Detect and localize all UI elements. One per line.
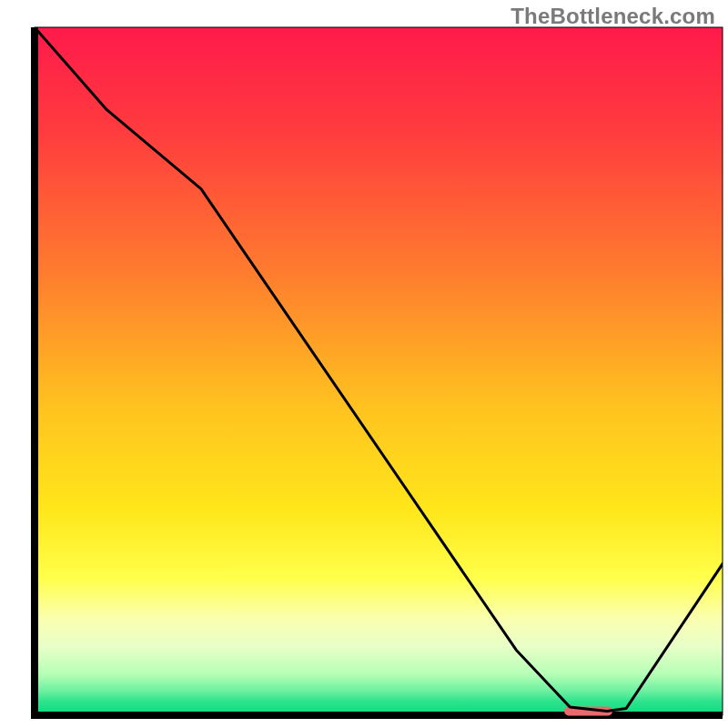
- chart-stage: TheBottleneck.com: [0, 0, 728, 728]
- gradient-background: [35, 27, 723, 715]
- chart-svg: [0, 0, 728, 728]
